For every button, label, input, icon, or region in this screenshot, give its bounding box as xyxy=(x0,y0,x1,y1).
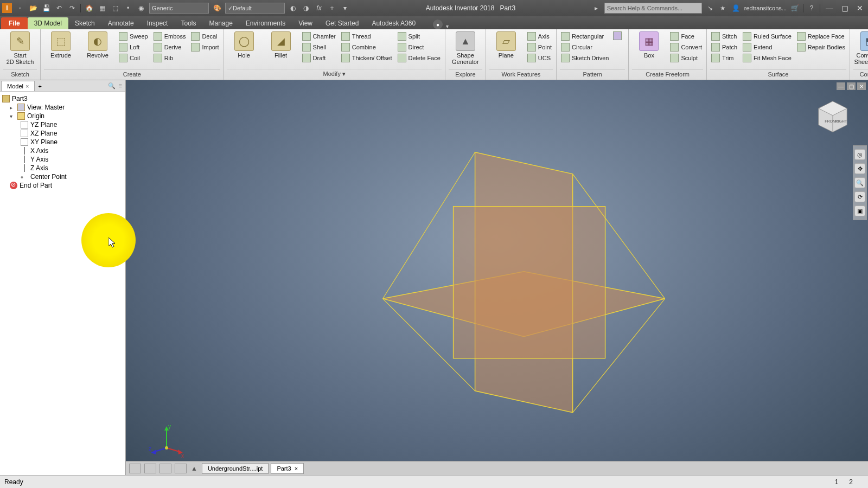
adjust-icon[interactable]: ◐ xyxy=(288,3,298,13)
appearance-icon[interactable]: 🎨 xyxy=(212,3,222,13)
appearance-dropdown[interactable]: ✓ Default xyxy=(225,3,285,14)
loft-button[interactable]: Loft xyxy=(118,42,149,52)
app-icon[interactable]: I xyxy=(2,3,12,13)
doc-tab-close-icon[interactable]: × xyxy=(295,465,298,472)
tab-file[interactable]: File xyxy=(1,17,28,29)
thicken-button[interactable]: Thicken/ Offset xyxy=(340,53,393,63)
tree-x-axis[interactable]: X Axis xyxy=(1,146,124,155)
tab-3d-model[interactable]: 3D Model xyxy=(28,17,68,29)
info-icon[interactable]: ▸ xyxy=(591,3,601,13)
browser-tab-close-icon[interactable]: × xyxy=(25,83,29,89)
stitch-button[interactable]: Stitch xyxy=(710,31,738,41)
chamfer-button[interactable]: Chamfer xyxy=(301,31,337,41)
replace-face-button[interactable]: Replace Face xyxy=(796,31,846,41)
doc-tile-icon[interactable] xyxy=(129,464,141,473)
viewport-max-icon[interactable]: ▢ xyxy=(847,82,856,90)
tree-y-axis[interactable]: Y Axis xyxy=(1,155,124,164)
doc-cascade-icon[interactable] xyxy=(144,464,156,473)
thread-button[interactable]: Thread xyxy=(340,31,393,41)
ruled-surface-button[interactable]: Ruled Surface xyxy=(742,31,793,41)
tree-z-axis[interactable]: Z Axis xyxy=(1,164,124,172)
ribbon-help-icon[interactable]: ● xyxy=(433,20,443,29)
nav-wheel-icon[interactable]: ◎ xyxy=(854,149,865,160)
username-label[interactable]: redtransitcons... xyxy=(744,5,787,11)
team-icon[interactable]: ▦ xyxy=(97,3,107,13)
fx-icon[interactable]: fx xyxy=(314,3,324,13)
box-button[interactable]: ▦ Box xyxy=(632,31,666,59)
shape-generator-button[interactable]: ▲ Shape Generator xyxy=(449,31,482,65)
tree-xz-plane[interactable]: XZ Plane xyxy=(1,129,124,138)
viewport[interactable]: — ▢ ✕ FRONT RIGHT ◎ xyxy=(126,80,868,475)
sketch-driven-button[interactable]: Sketch Driven xyxy=(560,53,610,63)
help-search-input[interactable]: Search Help & Commands... xyxy=(604,3,702,14)
tab-annotate[interactable]: Annotate xyxy=(101,17,141,29)
tab-get-started[interactable]: Get Started xyxy=(319,17,365,29)
measure-icon[interactable]: • xyxy=(123,3,133,13)
qat-customize-icon[interactable]: ▾ xyxy=(340,3,350,13)
tab-view[interactable]: View xyxy=(292,17,319,29)
user-icon[interactable]: 👤 xyxy=(731,3,741,13)
viewcube[interactable]: FRONT RIGHT xyxy=(814,97,852,134)
import-button[interactable]: Import xyxy=(190,42,220,52)
new-icon[interactable]: ▫ xyxy=(15,3,25,13)
combine-button[interactable]: Combine xyxy=(340,42,393,52)
nav-pan-icon[interactable]: ✥ xyxy=(854,163,865,174)
split-button[interactable]: Split xyxy=(397,31,442,41)
sculpt-button[interactable]: Sculpt xyxy=(669,53,703,63)
doc-nav-up-icon[interactable]: ▲ xyxy=(189,465,200,472)
plane-button[interactable]: ▱ Plane xyxy=(489,31,523,59)
tree-origin[interactable]: ▾Origin xyxy=(1,112,124,120)
point-button[interactable]: Point xyxy=(526,42,553,52)
fit-mesh-button[interactable]: Fit Mesh Face xyxy=(742,53,793,63)
doc-tab-part3[interactable]: Part3× xyxy=(271,463,304,474)
cart-icon[interactable]: 🛒 xyxy=(790,3,800,13)
revolve-button[interactable]: ◐ Revolve xyxy=(81,31,114,59)
undo-icon[interactable]: ↶ xyxy=(54,3,64,13)
nav-lookat-icon[interactable]: ▣ xyxy=(854,206,865,216)
viewport-close-icon[interactable]: ✕ xyxy=(857,82,866,90)
extrude-button[interactable]: ⬚ Extrude xyxy=(44,31,78,59)
ribbon-dropdown-icon[interactable]: ▾ xyxy=(446,23,449,29)
clear-icon[interactable]: ◑ xyxy=(301,3,311,13)
tree-xy-plane[interactable]: XY Plane xyxy=(1,138,124,146)
tab-manage[interactable]: Manage xyxy=(202,17,239,29)
circular-button[interactable]: Circular xyxy=(560,42,610,52)
trim-button[interactable]: Trim xyxy=(710,53,738,63)
close-button[interactable]: ✕ xyxy=(854,3,866,14)
material-icon[interactable]: ◉ xyxy=(136,3,146,13)
ucs-button[interactable]: UCS xyxy=(526,53,553,63)
nav-orbit-icon[interactable]: ⟳ xyxy=(854,191,865,202)
face-button[interactable]: Face xyxy=(669,31,703,41)
tab-sketch[interactable]: Sketch xyxy=(68,17,101,29)
save-icon[interactable]: 💾 xyxy=(41,3,51,13)
help-icon[interactable]: ? xyxy=(807,3,816,13)
signin-icon[interactable]: ↘ xyxy=(705,3,715,13)
redo-icon[interactable]: ↷ xyxy=(67,3,77,13)
browser-menu-icon[interactable]: ≡ xyxy=(119,82,122,89)
material-dropdown[interactable]: Generic xyxy=(149,3,209,14)
open-icon[interactable]: 📂 xyxy=(28,3,38,13)
select-icon[interactable]: ⬚ xyxy=(110,3,120,13)
minimize-button[interactable]: — xyxy=(824,3,835,14)
convert-sheet-metal-button[interactable]: ⬒ Convert to Sheet Metal xyxy=(853,31,868,65)
decal-button[interactable]: Decal xyxy=(190,31,220,41)
star-icon[interactable]: ★ xyxy=(718,3,728,13)
doc-arrange-icon[interactable] xyxy=(159,464,171,473)
fillet-button[interactable]: ◢ Fillet xyxy=(264,31,298,59)
plus-icon[interactable]: + xyxy=(327,3,337,13)
browser-search-icon[interactable]: 🔍 xyxy=(108,82,116,89)
tab-inspect[interactable]: Inspect xyxy=(141,17,175,29)
convert-button[interactable]: Convert xyxy=(669,42,703,52)
viewport-min-icon[interactable]: — xyxy=(837,82,845,90)
emboss-button[interactable]: Emboss xyxy=(152,31,187,41)
tree-root-part[interactable]: Part3 xyxy=(1,94,124,103)
nav-zoom-icon[interactable]: 🔍 xyxy=(854,177,865,188)
tree-center-point[interactable]: Center Point xyxy=(1,172,124,181)
doc-tab-underground[interactable]: UndergroundStr....ipt xyxy=(202,463,269,474)
tab-environments[interactable]: Environments xyxy=(239,17,292,29)
tree-end-of-part[interactable]: End of Part xyxy=(1,181,124,190)
hole-button[interactable]: ◯ Hole xyxy=(227,31,261,59)
tree-view[interactable]: ▸View: Master xyxy=(1,103,124,112)
maximize-button[interactable]: ▢ xyxy=(839,3,851,14)
draft-button[interactable]: Draft xyxy=(301,53,337,63)
